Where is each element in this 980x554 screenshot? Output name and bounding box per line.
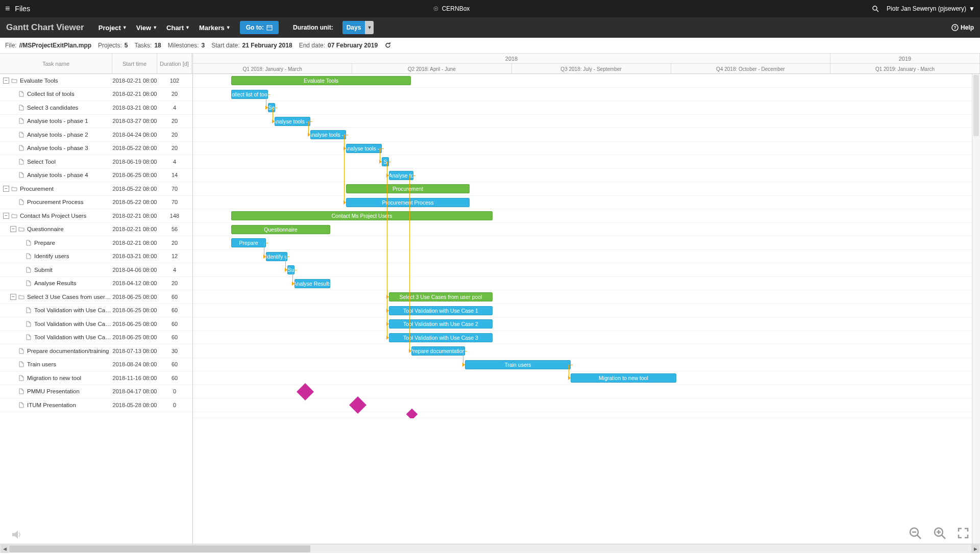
gantt-row: Evaluate Tools [193,74,980,88]
task-list-header: Task name Start time Duration [d] [0,54,192,74]
collapse-icon[interactable]: − [3,213,9,219]
search-icon[interactable] [872,5,879,12]
col-header-duration[interactable]: Duration [d] [157,54,192,73]
gantt-task-bar[interactable]: Tool Validation with Use Case 2 [389,319,493,329]
gantt-row: Procurement [193,182,980,196]
file-icon [18,348,24,354]
gantt-task-bar[interactable]: Analyse tools - p [346,144,382,153]
gantt-row: Se [193,101,980,115]
gantt-summary-bar[interactable]: Select 3 Use Cases from user pool [389,292,493,301]
menu-chart[interactable]: Chart▼ [166,24,190,32]
zoom-controls [909,526,969,540]
task-row[interactable]: ITUM Presentation2018-05-28 08:000 [0,398,192,412]
file-icon [18,118,24,124]
task-name-label: Analyse tools - phase 2 [27,132,88,138]
gantt-body[interactable]: Evaluate ToolsCollect list of toolsSeAna… [193,74,980,418]
gantt-summary-bar[interactable]: Questionnaire [231,225,330,234]
menu-markers[interactable]: Markers▼ [199,24,231,32]
task-row[interactable]: Migration to new tool2018-11-16 08:0060 [0,371,192,385]
task-row[interactable]: Tool Validation with Use Case 12018-06-2… [0,304,192,318]
file-icon [18,375,24,381]
task-row[interactable]: Tool Validation with Use Case 22018-06-2… [0,317,192,331]
file-info-bar: File: //MSProjectExitPlan.mpp Projects: … [0,38,980,54]
goto-button[interactable]: Go to: [240,21,279,34]
collapse-icon[interactable]: − [10,226,16,232]
milestone-marker[interactable] [297,383,314,400]
gantt-task-bar[interactable]: Se [268,103,275,112]
task-start-cell: 2018-04-06 08:00 [112,267,157,273]
task-row[interactable]: −Evaluate Tools2018-02-21 08:00102 [0,74,192,88]
task-row[interactable]: −Questionnaire2018-02-21 08:0056 [0,223,192,237]
collapse-icon[interactable]: − [3,78,9,84]
task-row[interactable]: Tool Validation with Use Case 32018-06-2… [0,331,192,345]
gantt-task-bar[interactable]: Collect list of tools [231,90,268,99]
hamburger-icon[interactable]: ≡ [5,4,10,13]
scrollbar-thumb[interactable] [973,75,979,136]
task-row[interactable]: Collect list of tools2018-02-21 08:0020 [0,88,192,102]
gantt-task-bar[interactable]: Prepare [231,238,266,247]
task-duration-cell: 60 [157,294,192,300]
duration-unit-select[interactable]: Days [342,21,365,34]
gantt-task-bar[interactable]: Analyse Results [295,279,330,288]
folder-icon [11,186,17,192]
task-row[interactable]: PMMU Presentation2018-04-17 08:000 [0,385,192,399]
milestone-marker[interactable] [349,396,366,414]
gantt-task-bar[interactable]: Analyse tools - p [310,130,346,139]
task-row[interactable]: Select Tool2018-06-19 08:004 [0,155,192,169]
scrollbar-thumb-h[interactable] [9,545,310,552]
task-row[interactable]: Analyse tools - phase 32018-05-22 08:002… [0,142,192,156]
gantt-summary-bar[interactable]: Evaluate Tools [231,76,411,85]
task-row[interactable]: Submit2018-04-06 08:004 [0,263,192,277]
brand-area: CERNBox [30,5,872,12]
gantt-task-bar[interactable]: S [382,157,389,166]
task-start-cell: 2018-06-19 08:00 [112,159,157,165]
col-header-name[interactable]: Task name [0,54,112,73]
task-row[interactable]: Prepare documentation/training2018-07-13… [0,344,192,358]
gantt-summary-bar[interactable]: Procurement [346,184,470,193]
col-header-start[interactable]: Start time [112,54,157,73]
menu-view[interactable]: View▼ [136,24,157,32]
task-row[interactable]: Select 3 candidates2018-03-21 08:004 [0,101,192,115]
task-row[interactable]: Analyse tools - phase 42018-06-25 08:001… [0,169,192,183]
task-row[interactable]: −Select 3 Use Cases from user pool2018-0… [0,290,192,304]
task-row[interactable]: Identify users2018-03-21 08:0012 [0,250,192,264]
zoom-in-icon[interactable] [933,526,946,540]
fullscreen-icon[interactable] [958,527,969,539]
task-row[interactable]: −Contact Ms Project Users2018-02-21 08:0… [0,209,192,223]
help-button[interactable]: ? Help [951,24,974,31]
zoom-out-icon[interactable] [909,526,922,540]
gantt-task-bar[interactable]: Train users [465,360,571,369]
gantt-task-bar[interactable]: Prepare documentation/ [411,346,465,356]
collapse-icon[interactable]: − [3,186,9,192]
collapse-icon[interactable]: − [10,294,16,300]
horizontal-scrollbar[interactable]: ◀ ▶ [0,544,980,553]
task-row[interactable]: Analyse Results2018-04-12 08:0020 [0,277,192,291]
gantt-task-bar[interactable]: Su [287,265,295,274]
task-row[interactable]: −Procurement2018-05-22 08:0070 [0,182,192,196]
task-start-cell: 2018-04-12 08:00 [112,280,157,286]
user-menu[interactable]: Piotr Jan Seweryn (pjsewery) ▼ [887,5,975,12]
task-start-cell: 2018-02-21 08:00 [112,226,157,232]
scroll-right-arrow[interactable]: ▶ [971,545,979,553]
task-row[interactable]: Prepare2018-02-21 08:0020 [0,236,192,250]
task-row[interactable]: Analyse tools - phase 22018-04-24 08:002… [0,128,192,142]
duration-unit-dropdown[interactable]: ▼ [365,21,374,34]
gantt-summary-bar[interactable]: Contact Ms Project Users [231,211,493,220]
gantt-task-bar[interactable]: Analyse tools - p [275,117,310,126]
gantt-task-bar[interactable]: Analyse to [389,171,413,180]
chevron-down-icon: ▼ [122,25,127,30]
vertical-scrollbar[interactable] [972,74,980,544]
gantt-task-bar[interactable]: Tool Validation with Use Case 1 [389,306,493,315]
menu-project[interactable]: Project▼ [99,24,127,32]
gantt-task-bar[interactable]: Tool Validation with Use Case 3 [389,333,493,342]
refresh-icon[interactable] [384,42,391,49]
gantt-task-bar[interactable]: Identify u [266,252,287,261]
gantt-task-bar[interactable]: Procurement Process [346,198,470,207]
task-row[interactable]: Analyse tools - phase 12018-03-27 08:002… [0,115,192,129]
year-cell: 2018 [193,54,830,63]
task-row[interactable]: Procurement Process2018-05-22 08:0070 [0,196,192,210]
files-link[interactable]: Files [15,5,30,13]
scroll-left-arrow[interactable]: ◀ [1,545,9,553]
gantt-task-bar[interactable]: Migration to new tool [571,373,676,383]
task-row[interactable]: Train users2018-08-24 08:0060 [0,358,192,372]
